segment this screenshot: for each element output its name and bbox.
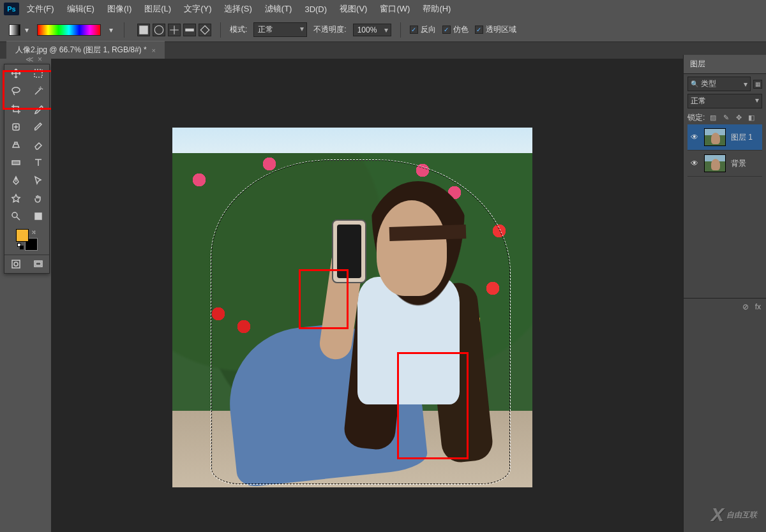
menu-layer[interactable]: 图层(L) xyxy=(139,1,176,17)
move-tool[interactable] xyxy=(4,64,27,82)
canvas-area[interactable] xyxy=(51,59,683,532)
layer-effects-icon[interactable]: fx xyxy=(755,302,761,311)
close-icon[interactable]: × xyxy=(38,55,42,64)
filter-pixel-icon[interactable]: ▦ xyxy=(753,80,762,89)
layer-row[interactable]: 👁 图层 1 xyxy=(687,124,762,151)
svg-rect-2 xyxy=(185,28,194,31)
gradient-preset-picker[interactable]: ▾ xyxy=(9,24,31,36)
checkbox-icon xyxy=(410,26,418,34)
reverse-checkbox[interactable]: 反向 xyxy=(410,24,436,35)
menu-file[interactable]: 文件(F) xyxy=(22,1,59,17)
lasso-tool[interactable] xyxy=(4,82,27,100)
default-colors-icon[interactable] xyxy=(17,243,24,249)
menu-view[interactable]: 视图(V) xyxy=(334,1,372,17)
checkbox-icon xyxy=(475,26,483,34)
lock-position-icon[interactable]: ✥ xyxy=(734,114,743,122)
svg-rect-3 xyxy=(34,70,42,77)
separator xyxy=(220,22,221,38)
path-selection-tool[interactable] xyxy=(27,172,49,189)
menu-image[interactable]: 图像(I) xyxy=(102,1,137,17)
gradient-angle-button[interactable] xyxy=(168,24,181,36)
document-canvas[interactable] xyxy=(172,128,532,487)
svg-rect-9 xyxy=(12,260,20,268)
visibility-toggle-icon[interactable]: 👁 xyxy=(690,159,699,168)
document-tab-bar: 人像2.jpg @ 66.7% (图层 1, RGB/8#) * × xyxy=(0,42,766,59)
tools-panel: ⤭ xyxy=(4,64,50,274)
watermark-logo-icon: X xyxy=(711,504,724,526)
swap-colors-icon[interactable]: ⤭ xyxy=(31,229,36,235)
gradient-editor-bar[interactable] xyxy=(37,24,101,36)
transparency-label: 透明区域 xyxy=(486,24,516,35)
link-layers-icon[interactable]: ⊘ xyxy=(742,302,749,311)
healing-brush-tool[interactable] xyxy=(4,118,27,136)
brush-tool[interactable] xyxy=(27,118,49,136)
chevron-down-icon: ▾ xyxy=(755,96,759,107)
menu-select[interactable]: 选择(S) xyxy=(219,1,257,17)
layer-row[interactable]: 👁 背景 xyxy=(687,151,762,177)
blend-mode-select[interactable]: 正常 ▾ xyxy=(687,94,762,108)
separator xyxy=(400,22,401,38)
close-icon[interactable]: × xyxy=(152,47,156,54)
opacity-select[interactable]: 100% xyxy=(353,24,391,36)
gradient-reflected-button[interactable] xyxy=(183,24,196,36)
gradient-linear-button[interactable] xyxy=(137,24,150,36)
mode-select[interactable]: 正常 xyxy=(253,22,307,37)
menu-filter[interactable]: 滤镜(T) xyxy=(260,1,297,17)
hand-tool[interactable] xyxy=(27,189,49,207)
shape-tool[interactable] xyxy=(4,189,27,207)
edit-toolbar-button[interactable] xyxy=(27,207,49,225)
crop-tool[interactable] xyxy=(4,100,27,118)
svg-point-10 xyxy=(14,262,18,266)
layer-name: 背景 xyxy=(731,158,746,169)
collapse-icon[interactable]: ≪ xyxy=(26,55,34,64)
menu-type[interactable]: 文字(Y) xyxy=(179,1,216,17)
pen-tool[interactable] xyxy=(4,172,27,189)
foreground-color-swatch[interactable] xyxy=(16,229,29,242)
layer-thumbnail[interactable] xyxy=(704,154,726,172)
eraser-tool[interactable] xyxy=(27,136,49,154)
gradient-swatch-icon xyxy=(9,24,20,36)
svg-rect-6 xyxy=(12,161,20,165)
screen-mode-button[interactable] xyxy=(33,258,43,270)
menu-3d[interactable]: 3D(D) xyxy=(299,2,332,17)
eyedropper-tool[interactable] xyxy=(27,100,49,118)
clone-stamp-tool[interactable] xyxy=(4,136,27,154)
color-swatches[interactable]: ⤭ xyxy=(4,225,49,255)
app-logo: Ps xyxy=(4,3,19,15)
mode-value: 正常 xyxy=(258,25,273,34)
svg-rect-12 xyxy=(36,262,41,265)
image-subject xyxy=(230,168,504,487)
opacity-value: 100% xyxy=(357,26,377,34)
menu-edit[interactable]: 编辑(E) xyxy=(62,1,100,17)
chevron-down-icon[interactable]: ▾ xyxy=(107,26,115,34)
layers-panel-footer: ⊘ fx xyxy=(684,298,766,315)
gradient-diamond-button[interactable] xyxy=(199,24,211,36)
dither-checkbox[interactable]: 仿色 xyxy=(442,24,469,35)
reverse-label: 反向 xyxy=(421,24,436,35)
blend-mode-value: 正常 xyxy=(691,96,706,107)
zoom-tool[interactable] xyxy=(4,207,27,225)
watermark-text: 自由互联 xyxy=(726,510,757,521)
visibility-toggle-icon[interactable]: 👁 xyxy=(690,133,699,142)
lock-brush-icon[interactable]: ✎ xyxy=(721,114,730,122)
menu-window[interactable]: 窗口(W) xyxy=(375,1,415,17)
watermark: X 自由互联 xyxy=(711,504,757,526)
layer-thumbnail[interactable] xyxy=(704,128,726,146)
magic-wand-tool[interactable] xyxy=(27,82,49,100)
lock-transparency-icon[interactable]: ▨ xyxy=(709,114,717,122)
svg-point-1 xyxy=(154,26,163,34)
transparency-checkbox[interactable]: 透明区域 xyxy=(475,24,516,35)
document-tab-title: 人像2.jpg @ 66.7% (图层 1, RGB/8#) * xyxy=(15,45,147,55)
layers-panel-tab[interactable]: 图层 xyxy=(684,55,766,74)
separator xyxy=(124,22,124,38)
menu-help[interactable]: 帮助(H) xyxy=(417,1,456,17)
gradient-radial-button[interactable] xyxy=(153,24,165,36)
layer-filter-select[interactable]: 🔍 类型 ▾ xyxy=(687,77,751,91)
type-tool[interactable] xyxy=(27,154,49,172)
marquee-tool[interactable] xyxy=(27,64,49,82)
gradient-tool[interactable] xyxy=(4,154,27,172)
svg-point-4 xyxy=(12,87,20,92)
quick-mask-button[interactable] xyxy=(11,258,21,270)
lock-artboard-icon[interactable]: ◧ xyxy=(747,114,756,122)
menu-bar: Ps 文件(F) 编辑(E) 图像(I) 图层(L) 文字(Y) 选择(S) 滤… xyxy=(0,0,766,18)
